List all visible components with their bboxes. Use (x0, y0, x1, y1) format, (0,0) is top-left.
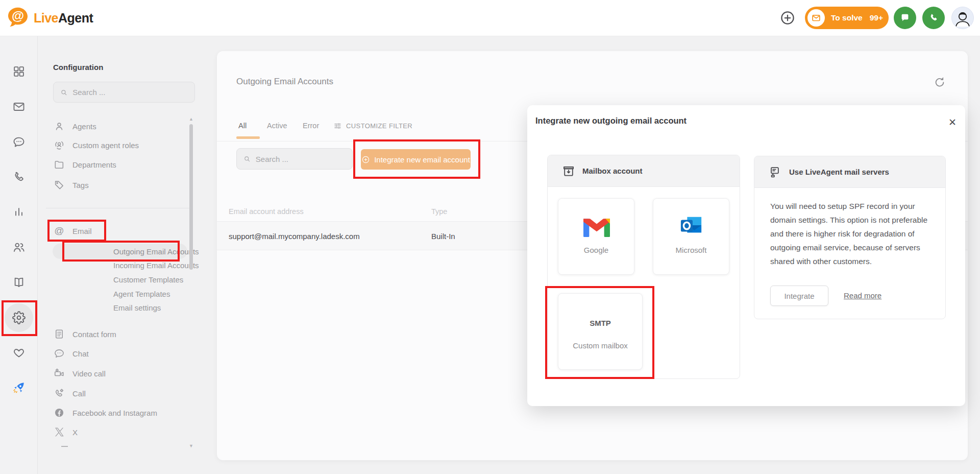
top-bar: @ LiveAgent To solve 99+ (0, 0, 980, 36)
avatar-person-icon (952, 7, 973, 29)
read-more-link[interactable]: Read more (844, 291, 881, 300)
config-item-x[interactable]: X (53, 424, 78, 440)
config-item-custom-agent-roles[interactable]: Custom agent roles (53, 137, 139, 153)
sidebar-item-calls[interactable] (12, 171, 26, 184)
search-icon (243, 154, 251, 163)
customize-filter-button[interactable]: CUSTOMIZE FILTER (333, 117, 412, 134)
modal-title: Integrate new outgoing email account (535, 116, 687, 126)
config-item-video-call[interactable]: Video call (53, 366, 106, 381)
config-item-facebook-instagram[interactable]: Facebook and Instagram (53, 405, 157, 420)
active-tab-underline (236, 136, 260, 139)
bar-chart-icon (12, 205, 26, 219)
config-item-tags[interactable]: Tags (53, 177, 89, 193)
column-header-email-address[interactable]: Email account address (229, 202, 304, 221)
open-book-icon (12, 276, 26, 289)
config-subitem-email-settings[interactable]: Email settings (113, 300, 161, 315)
config-item-label: Contact form (72, 330, 116, 339)
sidebar-item-reports[interactable] (12, 205, 26, 219)
option-label: Google (558, 246, 634, 254)
at-sign-icon: @ (53, 225, 65, 237)
sidebar-item-customers[interactable] (12, 241, 26, 254)
integrate-button[interactable]: Integrate (770, 286, 828, 306)
config-item-chat[interactable]: Chat (53, 346, 89, 361)
call-status-button[interactable] (922, 7, 945, 29)
config-subitem-customer-templates[interactable]: Customer Templates (113, 272, 183, 287)
table-search-input[interactable] (256, 155, 346, 163)
close-button[interactable]: ✕ (945, 114, 960, 130)
google-option-card[interactable]: Google (558, 198, 634, 275)
email-address-cell: support@mail.mycompany.ladesk.com (229, 222, 360, 251)
option-label: Microsoft (653, 246, 729, 254)
plus-circle-icon (780, 10, 795, 26)
microsoft-option-card[interactable]: Microsoft (653, 198, 729, 275)
config-subitem-outgoing-email-accounts[interactable]: Outgoing Email Accounts (113, 244, 199, 259)
x-logo-icon (53, 426, 65, 438)
config-item-agents[interactable]: Agents (53, 118, 96, 134)
integrate-new-email-account-button[interactable]: Integrate new email account (361, 149, 471, 170)
section-title: Mailbox account (582, 167, 643, 175)
config-item-label: Email (72, 227, 92, 235)
tab-error[interactable]: Error (303, 117, 319, 134)
mail-server-icon (769, 165, 782, 179)
tab-all[interactable]: All (238, 117, 247, 134)
facebook-icon (53, 407, 65, 419)
sidebar-item-dashboard[interactable] (12, 65, 26, 78)
config-item-contact-form[interactable]: Contact form (53, 326, 116, 342)
sidebar-item-getting-started[interactable] (12, 381, 26, 394)
config-subitem-incoming-email-accounts[interactable]: Incoming Email Accounts (113, 257, 199, 273)
brand-agent: Agent (58, 11, 93, 25)
sidebar-item-configuration[interactable] (12, 311, 26, 324)
sidebar-item-chats[interactable] (12, 135, 26, 149)
tab-active[interactable]: Active (267, 117, 287, 134)
partial-next-item-icon (61, 446, 68, 447)
config-item-label: Agents (72, 122, 96, 131)
config-item-departments[interactable]: Departments (53, 157, 116, 172)
plus-circle-icon (361, 155, 370, 164)
to-solve-count: 99+ (870, 13, 883, 22)
refresh-button[interactable] (933, 76, 946, 89)
type-cell: Built-In (431, 222, 455, 251)
config-item-label: Tags (72, 181, 89, 189)
option-label: SMTP (558, 319, 642, 327)
smtp-option-card[interactable]: SMTP Custom mailbox (558, 293, 643, 370)
to-solve-label: To solve (831, 13, 863, 22)
servers-description: You will need to setup SPF record in you… (770, 199, 935, 268)
config-item-email[interactable]: @ Email (53, 223, 92, 239)
liveagent-servers-section: Use LiveAgent mail servers You will need… (754, 156, 946, 319)
chat-status-button[interactable] (894, 7, 916, 29)
add-new-button[interactable] (780, 10, 795, 26)
call-settings-icon (53, 387, 65, 399)
scroll-down-arrow[interactable]: ▼ (189, 444, 193, 448)
config-item-label: Chat (72, 349, 89, 358)
sidebar-item-knowledge-base[interactable] (12, 276, 26, 289)
config-scrollbar-thumb[interactable] (189, 124, 193, 270)
chat-icon (53, 347, 65, 360)
chat-dots-icon (12, 135, 26, 149)
config-item-label: X (72, 428, 78, 437)
config-search (53, 82, 195, 103)
to-solve-badge[interactable]: To solve 99+ (805, 7, 889, 29)
table-search (236, 148, 353, 170)
config-item-label: Call (72, 389, 86, 398)
filter-sliders-icon (333, 122, 342, 130)
config-subitem-agent-templates[interactable]: Agent Templates (113, 286, 170, 301)
tag-icon (53, 179, 65, 191)
section-title: Use LiveAgent mail servers (789, 168, 889, 176)
outlook-logo-icon (680, 215, 703, 236)
configuration-panel: Configuration Agents Custom agent roles … (38, 36, 217, 474)
config-item-call[interactable]: Call (53, 386, 86, 401)
rocket-icon (12, 381, 26, 394)
column-header-type[interactable]: Type (431, 202, 447, 221)
liveagent-bubble-icon: @ (6, 6, 30, 30)
config-search-input[interactable] (72, 88, 188, 97)
close-icon: ✕ (948, 116, 957, 128)
liveagent-servers-header: Use LiveAgent mail servers (754, 156, 945, 188)
sidebar-item-tickets[interactable] (12, 100, 26, 113)
user-avatar[interactable] (951, 7, 974, 29)
dashboard-icon (12, 65, 26, 78)
scroll-up-arrow[interactable]: ▲ (189, 117, 193, 122)
sidebar-item-improve[interactable] (12, 346, 26, 359)
liveagent-logo: @ LiveAgent (6, 6, 93, 30)
divider (46, 208, 193, 208)
mailbox-download-icon (562, 164, 575, 178)
